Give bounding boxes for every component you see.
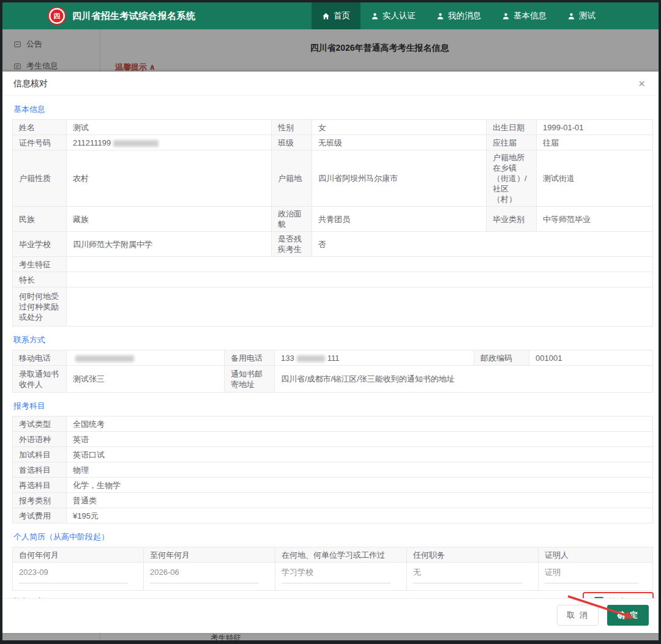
nav-item-test[interactable]: 测试 (557, 2, 606, 29)
field-value-text: 111 (327, 353, 340, 363)
section-heading-basic: 基本信息 (13, 104, 648, 115)
app-window: 四 四川省招生考试综合报名系统 首页实人认证我的消息基本信息测试 公告考生信息 … (0, 0, 661, 644)
field-value: 普通类 (67, 493, 653, 508)
field-value: 1999-01-01 (537, 120, 653, 135)
dialog-header: 信息核对 × (2, 72, 659, 96)
field-value: 否 (312, 232, 653, 257)
field-value: 英语 (67, 432, 653, 447)
top-nav: 首页实人认证我的消息基本信息测试 (312, 2, 606, 29)
info-check-dialog: 信息核对 × 基本信息 姓名测试性别女出生日期1999-01-01证件号码211… (2, 72, 659, 633)
field-label: 考试费用 (13, 508, 67, 524)
field-label: 备用电话 (225, 350, 275, 366)
user-icon (567, 12, 575, 20)
nav-item-home[interactable]: 首页 (312, 2, 360, 29)
field-label: 邮政编码 (474, 350, 529, 366)
dialog-body: 基本信息 姓名测试性别女出生日期1999-01-01证件号码211211199班… (2, 96, 659, 598)
field-value: 2026-06 (144, 563, 275, 591)
field-label: 首选科目 (13, 462, 67, 478)
field-label: 考生特征 (13, 257, 67, 272)
field-value: 英语口试 (67, 447, 653, 462)
resume-input-value: 学习学校 (282, 567, 390, 583)
field-label: 报考类别 (13, 493, 67, 508)
redacted-text (113, 140, 159, 147)
field-value (67, 272, 653, 287)
field-label: 在何地、何单位学习或工作过 (275, 547, 407, 563)
field-value: 女 (312, 120, 487, 135)
field-value: 物理 (67, 462, 653, 478)
field-value: 全国统考 (67, 416, 653, 432)
nav-item-label: 基本信息 (513, 10, 547, 21)
close-icon[interactable]: × (636, 76, 648, 91)
field-value: 共青团员 (312, 207, 487, 232)
field-label: 移动电话 (13, 350, 67, 366)
field-value (67, 350, 225, 366)
nav-item-label: 实人认证 (383, 10, 416, 21)
field-value: 化学，生物学 (67, 478, 653, 493)
app-logo-icon: 四 (49, 8, 65, 24)
field-label: 毕业类别 (487, 207, 537, 232)
field-label: 应往届 (487, 135, 537, 150)
user-icon (436, 12, 444, 20)
field-value (67, 287, 653, 327)
field-label: 再选科目 (13, 478, 67, 493)
field-label: 政治面貌 (272, 207, 312, 232)
nav-item-label: 首页 (334, 10, 350, 21)
field-label: 民族 (13, 207, 67, 232)
field-label: 录取通知书收件人 (13, 366, 67, 393)
field-value: 001001 (529, 350, 653, 366)
field-value: 藏族 (67, 207, 272, 232)
field-value-text: 211211199 (73, 138, 111, 147)
field-label: 通知书邮寄地址 (225, 366, 275, 393)
app-header: 四 四川省招生考试综合报名系统 首页实人认证我的消息基本信息测试 (2, 2, 659, 29)
resume-input-value: 证明 (545, 567, 638, 583)
field-label: 户籍地所在乡镇（街道）/社区（村） (487, 150, 537, 207)
dialog-footer: 取 消 确 定 (2, 598, 659, 633)
field-label: 姓名 (13, 120, 67, 135)
field-value: 测试 (67, 120, 272, 135)
dialog-title: 信息核对 (13, 78, 48, 89)
field-value: 中等师范毕业 (537, 207, 653, 232)
field-value: 四川师范大学附属中学 (67, 232, 272, 257)
field-label: 何时何地受过何种奖励或处分 (13, 287, 67, 327)
field-label: 证件号码 (13, 135, 67, 150)
nav-item-my-messages[interactable]: 我的消息 (426, 2, 491, 29)
field-value: 学习学校 (275, 563, 407, 591)
field-value-text: 133 (281, 353, 294, 363)
contact-info-table: 移动电话备用电话133111邮政编码001001录取通知书收件人测试张三通知书邮… (12, 350, 649, 393)
app-title: 四川省招生考试综合报名系统 (72, 10, 196, 22)
redacted-text (297, 355, 325, 362)
field-label: 户籍地 (272, 150, 312, 207)
user-icon (371, 12, 379, 20)
field-label: 外语语种 (13, 432, 67, 447)
field-label: 出生日期 (487, 120, 537, 135)
field-label: 户籍性质 (13, 150, 67, 207)
field-label: 毕业学校 (13, 232, 67, 257)
field-value: 2023-09 (13, 563, 144, 591)
field-label: 考试类型 (13, 416, 67, 432)
section-heading-resume: 个人简历（从高中阶段起） (13, 531, 648, 542)
field-value: 四川省/成都市/锦江区/张三能收到的通知书的地址 (275, 366, 653, 393)
section-heading-contact: 联系方式 (13, 335, 648, 346)
nav-item-basic-info[interactable]: 基本信息 (491, 2, 557, 29)
basic-info-table: 姓名测试性别女出生日期1999-01-01证件号码211211199班级无班级应… (12, 119, 649, 327)
home-icon (322, 12, 330, 20)
resume-input-value: 2026-06 (150, 567, 259, 583)
field-value: 测试张三 (67, 366, 225, 393)
field-value: 往届 (537, 135, 653, 150)
field-value: 无 (407, 563, 539, 591)
field-label: 证明人 (539, 547, 653, 563)
resume-input-value: 无 (413, 567, 522, 583)
cancel-button[interactable]: 取 消 (557, 605, 599, 626)
field-label: 性别 (272, 120, 312, 135)
field-value: 无班级 (312, 135, 487, 150)
confirm-button[interactable]: 确 定 (607, 605, 649, 626)
redacted-text (75, 355, 134, 362)
nav-item-real-person-auth[interactable]: 实人认证 (360, 2, 426, 29)
field-value: ¥195元 (67, 508, 653, 524)
field-value: 测试街道 (537, 150, 653, 207)
user-icon (502, 12, 510, 20)
nav-item-label: 测试 (579, 10, 596, 21)
field-label: 加试科目 (13, 447, 67, 462)
resume-table: 自何年何月至何年何月在何地、何单位学习或工作过任何职务证明人2023-09202… (12, 547, 649, 591)
field-value (67, 257, 653, 272)
